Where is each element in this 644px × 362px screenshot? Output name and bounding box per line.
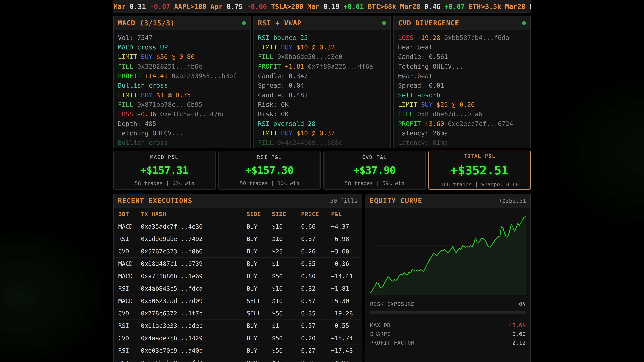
table-cell: RSI — [118, 347, 141, 354]
bottom-row: RECENT EXECUTIONS 50 fills BOTTX HASHSID… — [113, 194, 531, 362]
equity-chart-svg — [370, 212, 526, 295]
table-cell: RSI — [118, 360, 141, 362]
log-segment: Candle: 0.347 — [258, 72, 308, 80]
log-segment: BUY — [281, 130, 293, 137]
table-cell: 0x01ac3e33...adec — [141, 322, 246, 329]
pnl-card: CVD P&L+$37.9058 trades | 59% win — [323, 151, 426, 190]
log-segment: BUY — [421, 101, 433, 108]
card-title: MACD P&L — [150, 154, 178, 160]
log-line: FILL 0x32828251...fb6e — [118, 62, 246, 71]
bot-panels-row: MACD (3/15/3)Vol: 7547MACD cross UPLIMIT… — [113, 16, 531, 148]
table-cell: $10 — [272, 285, 301, 292]
log-segment: Fetching OHLCV... — [118, 130, 183, 137]
log-line: Candle: 0.481 — [258, 90, 386, 100]
card-value: +$352.51 — [450, 163, 509, 177]
table-row[interactable]: MACD0x08d487c1...0739BUY$10.35-0.36 — [114, 257, 362, 270]
bot-panel-title: CVD DIVERGENCE — [398, 19, 459, 27]
log-line: PROFIT +1.81 0x7f89a225...4f6a — [258, 62, 386, 71]
table-cell: +3.60 — [331, 248, 357, 255]
log-line: Latency: 61ms — [398, 138, 526, 145]
status-online-dot — [242, 21, 246, 25]
log-line: Bullish cross — [118, 138, 246, 145]
table-cell: -0.36 — [331, 260, 357, 267]
fills-count-badge: 50 fills — [330, 197, 358, 204]
table-row[interactable]: RSI0xbddd9abe...7492BUY$100.37+6.98 — [114, 233, 362, 245]
table-row[interactable]: MACD0xa35adc7f...4e36BUY$100.66+4.37 — [114, 220, 362, 233]
table-row[interactable]: CVD0x778c6372...1f7bSELL$500.35-19.28 — [114, 307, 362, 320]
log-line: LIMIT BUY $50 @ 0.80 — [118, 52, 246, 62]
bot-panel: MACD (3/15/3)Vol: 7547MACD cross UPLIMIT… — [113, 16, 250, 148]
log-segment: PROFIT — [398, 120, 421, 127]
log-segment: 0x81dbe67d...01a6 — [417, 110, 482, 118]
ticker-token: Mar28 — [400, 3, 420, 10]
log-segment: LIMIT — [258, 130, 277, 137]
stat-value: 2.12 — [512, 338, 526, 347]
log-line: Spread: 0.01 — [398, 81, 526, 90]
table-cell: BUY — [246, 360, 272, 362]
log-line: FILL 0x4e244989...688c — [258, 138, 386, 145]
equity-chart — [370, 212, 526, 295]
log-segment: LIMIT — [258, 43, 277, 51]
log-segment: 0x7f89a225...4f6a — [308, 63, 373, 70]
table-cell: $1 — [272, 322, 301, 329]
log-segment: Bullish cross — [118, 139, 168, 145]
log-line: Bullish cross — [118, 81, 246, 90]
table-cell: CVD — [118, 248, 141, 255]
table-cell: $1 — [272, 260, 301, 267]
table-cell: 0.27 — [301, 347, 331, 354]
log-segment: Candle: 0.481 — [258, 91, 308, 99]
executions-table-header: BOTTX HASHSIDESIZEPRICEP&L — [114, 208, 362, 220]
log-line: LIMIT BUY $10 @ 0.37 — [258, 129, 386, 138]
equity-stats: MAX DD48.6%SHARPE0.60PROFIT FACTOR2.12 — [366, 321, 530, 347]
log-segment: BUY — [141, 53, 152, 60]
ticker-token: Apr — [210, 3, 222, 10]
bot-panel-header: CVD DIVERGENCE — [394, 16, 530, 30]
table-cell: 0x506232ad...2d09 — [141, 298, 246, 304]
table-row[interactable]: RSI0xe03c70c9...a40bBUY$500.27+17.43 — [114, 344, 362, 357]
table-cell: 0xa35adc7f...4e36 — [141, 223, 246, 230]
ticker-token: BTC>68k — [368, 3, 396, 10]
log-segment: 0xe3fc8acd...476c — [160, 110, 226, 118]
ticker-bar: Mar0.31-0.07AAPL>180Apr0.75-0.06TSLA>200… — [113, 0, 531, 13]
table-row[interactable]: MACD0xa7f1b86b...1e69BUY$500.80+14.41 — [114, 270, 362, 282]
table-cell: 0xe03c70c9...a40b — [141, 347, 246, 354]
recent-executions-panel: RECENT EXECUTIONS 50 fills BOTTX HASHSID… — [113, 194, 362, 362]
table-cell: $10 — [272, 223, 301, 230]
log-segment: $50 @ 0.80 — [156, 53, 195, 60]
bot-panel-header: RSI + VWAP — [254, 16, 390, 30]
ticker-token: 0.75 — [226, 3, 243, 10]
table-cell: 0.35 — [301, 260, 331, 267]
equity-curve-title: EQUITY CURVE — [370, 197, 422, 205]
ticker-token: 0.82 — [529, 3, 531, 10]
ticker-token: +0.01 — [344, 3, 364, 10]
log-segment: Latency: 26ms — [398, 130, 448, 137]
log-segment: LIMIT — [118, 91, 137, 99]
log-segment: LOSS — [118, 110, 133, 118]
log-line: LIMIT BUY $1 @ 0.35 — [118, 90, 246, 100]
table-row[interactable]: CVD0x4aade7cb...1429BUY$500.20+15.74 — [114, 332, 362, 344]
log-segment: FILL — [118, 63, 133, 70]
table-cell: BUY — [246, 322, 272, 329]
table-header-cell: BOT — [118, 211, 141, 217]
risk-exposure-label: RISK EXPOSURE — [370, 301, 414, 307]
log-segment: 0xe2ecc7cf...6724 — [448, 120, 513, 127]
ticker-token: ETH>3.5k — [469, 3, 501, 10]
bot-log: LOSS -19.28 0xbb587cb4...f6daHeartbeatCa… — [394, 30, 530, 145]
table-row[interactable]: RSI0xbe5bcb69...5fd7BUY$250.75+4.84 — [114, 357, 362, 362]
table-cell: 0.57 — [301, 298, 331, 304]
bot-panel: CVD DIVERGENCELOSS -19.28 0xbb587cb4...f… — [394, 16, 531, 148]
status-online-dot — [382, 21, 386, 25]
table-row[interactable]: CVD0x5767c323...f0b0BUY$250.26+3.60 — [114, 245, 362, 257]
card-subtitle: 166 trades | Sharpe: 0.60 — [440, 181, 519, 187]
table-cell: 0x778c6372...1f7b — [141, 310, 246, 317]
table-row[interactable]: RSI0x01ac3e33...adecBUY$10.57+0.55 — [114, 320, 362, 332]
bot-panel-header: MACD (3/15/3) — [114, 16, 250, 30]
table-cell: MACD — [118, 298, 141, 304]
table-cell: MACD — [118, 223, 141, 230]
log-segment: BUY — [141, 91, 152, 99]
log-line: PROFIT +14.41 0xa2233953...b3bf — [118, 71, 246, 81]
log-segment: Depth: 485 — [118, 120, 156, 127]
table-row[interactable]: MACD0x506232ad...2d09SELL$100.57+5.30 — [114, 295, 362, 307]
log-segment: +14.41 — [145, 72, 168, 80]
table-row[interactable]: RSI0x4ab843c5...fdcaBUY$100.32+1.81 — [114, 282, 362, 295]
